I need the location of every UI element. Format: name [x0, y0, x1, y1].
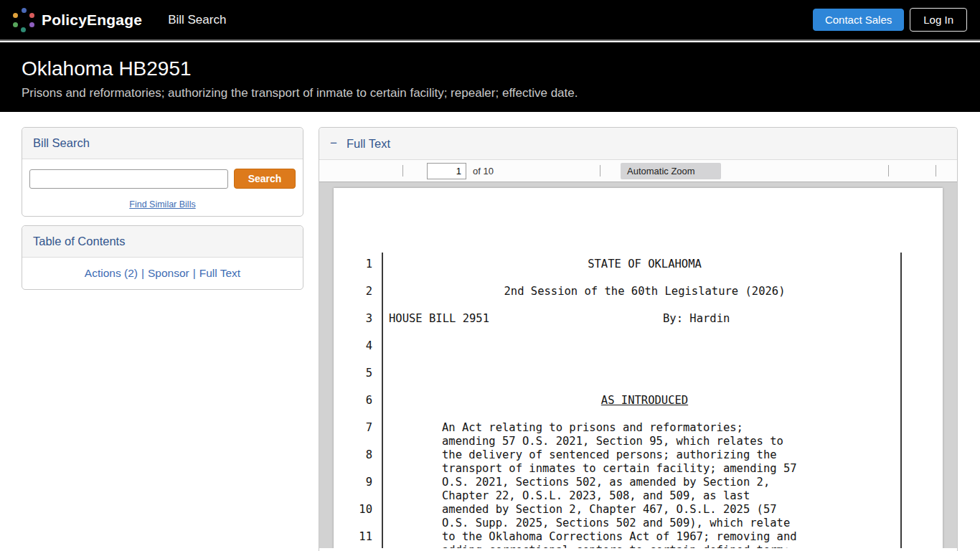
- line-number: 1: [351, 258, 372, 271]
- document-line: 1STATE OF OKLAHOMA: [334, 258, 943, 271]
- document-line: Chapter 22, O.S.L. 2023, 508, and 509, a…: [334, 489, 943, 503]
- logo-dot: [22, 8, 27, 13]
- line-number: 10: [351, 503, 372, 517]
- line-number: 8: [351, 448, 372, 462]
- line-number: 2: [351, 285, 372, 298]
- document-line: 5: [334, 367, 943, 380]
- log-in-button[interactable]: Log In: [910, 8, 967, 32]
- toolbar-divider: [888, 165, 889, 176]
- document-line: 22nd Session of the 60th Legislature (20…: [334, 285, 943, 298]
- pdf-toolbar: of 10 Automatic Zoom: [319, 160, 957, 182]
- line-number: 5: [351, 367, 372, 380]
- top-navbar: PolicyEngage Bill Search Contact Sales L…: [0, 0, 980, 41]
- bill-search-panel: Bill Search Search Find Similar Bills: [22, 127, 303, 217]
- document-line: [334, 298, 943, 312]
- line-number: 7: [351, 421, 372, 435]
- document-line: 3HOUSE BILL 2951By: Hardin: [334, 312, 943, 326]
- document-line: 11to the Oklahoma Corrections Act of 196…: [334, 530, 943, 544]
- document-line: [334, 408, 943, 421]
- line-number: 9: [351, 476, 372, 489]
- bill-summary: Prisons and reformatories; authorizing t…: [22, 86, 958, 100]
- document-line: O.S. Supp. 2025, Sections 502 and 509), …: [334, 517, 943, 530]
- document-line: 8the delivery of sentenced persons; auth…: [334, 448, 943, 462]
- logo-dot: [13, 22, 18, 27]
- brand-name: PolicyEngage: [42, 11, 142, 29]
- toc-panel-header: Table of Contents: [22, 226, 303, 258]
- line-text: STATE OF OKLAHOMA: [389, 258, 900, 271]
- line-text: transport of inmates to certain facility…: [389, 462, 900, 476]
- toolbar-divider: [600, 165, 600, 176]
- line-text: amending 57 O.S. 2021, Section 95, which…: [389, 435, 900, 448]
- line-number: 3: [351, 312, 372, 326]
- logo-dot: [29, 13, 34, 18]
- full-text-panel-header: − Full Text: [319, 128, 957, 160]
- document-line: 9O.S. 2021, Sections 502, as amended by …: [334, 476, 943, 489]
- toolbar-divider: [402, 165, 403, 176]
- toc-links: Actions (2)|Sponsor|Full Text: [22, 258, 303, 289]
- document-line: 6AS INTRODUCED: [334, 394, 943, 408]
- brand-logo[interactable]: PolicyEngage: [11, 8, 142, 32]
- page-count-label: of 10: [473, 160, 494, 182]
- document-line: [334, 271, 943, 285]
- page-number-input[interactable]: [427, 163, 466, 179]
- document-line: adding correctional centers to certain d…: [334, 544, 943, 548]
- bill-search-panel-header: Bill Search: [22, 128, 303, 159]
- logo-dot: [29, 22, 34, 27]
- toc-link-actions-2[interactable]: Actions (2): [85, 267, 138, 279]
- document-line: transport of inmates to certain facility…: [334, 462, 943, 476]
- zoom-select[interactable]: Automatic Zoom: [621, 163, 721, 179]
- contact-sales-button[interactable]: Contact Sales: [813, 9, 904, 31]
- toc-panel-title: Table of Contents: [33, 235, 125, 248]
- line-number: 11: [351, 530, 372, 544]
- line-number: 4: [351, 339, 372, 353]
- line-number: 6: [351, 394, 372, 408]
- line-text: HOUSE BILL 2951By: Hardin: [389, 312, 900, 326]
- line-text: amended by Section 2, Chapter 467, O.S.L…: [389, 503, 900, 517]
- document-line: [334, 380, 943, 394]
- logo-dot: [21, 27, 26, 32]
- pdf-viewer[interactable]: 1STATE OF OKLAHOMA22nd Session of the 60…: [319, 182, 957, 548]
- find-similar-bills-link[interactable]: Find Similar Bills: [129, 199, 195, 209]
- line-text: to the Oklahoma Corrections Act of 1967;…: [389, 530, 900, 544]
- document-line: 10amended by Section 2, Chapter 467, O.S…: [334, 503, 943, 517]
- toc-link-sponsor[interactable]: Sponsor: [148, 267, 189, 279]
- toolbar-divider: [936, 165, 936, 176]
- search-button[interactable]: Search: [234, 169, 296, 189]
- toc-link-full-text[interactable]: Full Text: [199, 267, 240, 279]
- nav-item-bill-search[interactable]: Bill Search: [168, 13, 226, 27]
- line-text: 2nd Session of the 60th Legislature (202…: [389, 285, 900, 298]
- full-text-panel-title: Full Text: [347, 137, 390, 151]
- logo-dot: [13, 13, 18, 18]
- line-text: O.S. Supp. 2025, Sections 502 and 509), …: [389, 517, 900, 530]
- line-text: Chapter 22, O.S.L. 2023, 508, and 509, a…: [389, 489, 900, 503]
- document-text: 1STATE OF OKLAHOMA22nd Session of the 60…: [334, 258, 943, 548]
- bill-header: Oklahoma HB2951 Prisons and reformatorie…: [0, 42, 980, 112]
- bill-search-panel-title: Bill Search: [33, 136, 90, 149]
- full-text-panel: − Full Text of 10 Automatic Zoom 1STATE …: [319, 127, 958, 551]
- toc-separator: |: [141, 267, 144, 279]
- table-of-contents-panel: Table of Contents Actions (2)|Sponsor|Fu…: [22, 225, 303, 290]
- line-text: the delivery of sentenced persons; autho…: [389, 448, 900, 462]
- line-text-right: By: Hardin: [663, 312, 730, 326]
- document-line: 4: [334, 339, 943, 353]
- document-line: [334, 326, 943, 339]
- page-title: Oklahoma HB2951: [22, 57, 958, 80]
- line-text: O.S. 2021, Sections 502, as amended by S…: [389, 476, 900, 489]
- policyengage-dots-icon: [11, 8, 36, 32]
- document-line: 7An Act relating to prisons and reformat…: [334, 421, 943, 435]
- toc-separator: |: [193, 267, 196, 279]
- bill-search-input[interactable]: [29, 169, 228, 189]
- pdf-page: 1STATE OF OKLAHOMA22nd Session of the 60…: [334, 188, 943, 548]
- document-line: amending 57 O.S. 2021, Section 95, which…: [334, 435, 943, 448]
- collapse-icon[interactable]: −: [330, 136, 337, 151]
- line-text-left: HOUSE BILL 2951: [389, 312, 489, 325]
- line-text: An Act relating to prisons and reformato…: [389, 421, 900, 435]
- line-text: adding correctional centers to certain d…: [389, 544, 900, 548]
- line-text: AS INTRODUCED: [389, 394, 900, 408]
- document-line: [334, 353, 943, 367]
